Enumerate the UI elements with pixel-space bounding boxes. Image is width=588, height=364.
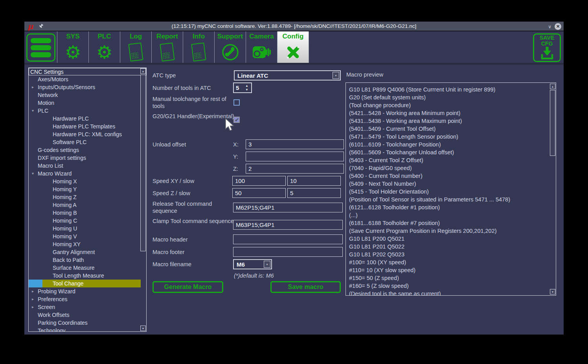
- release-cmd-label: Release Tool command sequence: [153, 200, 237, 214]
- tree-item-label: Homing Y: [53, 186, 77, 192]
- tree-item-homing-v[interactable]: Homing V: [29, 232, 146, 240]
- tab-sys[interactable]: SYS ⚙: [57, 31, 89, 63]
- tab-log[interactable]: Log: [120, 31, 152, 63]
- tab-support[interactable]: Support: [215, 31, 246, 63]
- tree-item-gantry-alignment[interactable]: Gantry Alignment: [29, 248, 146, 256]
- tree-item-screen[interactable]: ▸Screen: [29, 303, 146, 311]
- tree-item-surface-measure[interactable]: Surface Measure: [29, 264, 146, 272]
- macro-preview-box[interactable]: G10 L81 P899 Q4006 (Store Currrent Unit …: [345, 82, 556, 296]
- speed-xy-label: Speed XY / slow: [153, 176, 194, 186]
- spinner-up-icon[interactable]: ▲: [245, 84, 248, 88]
- tab-report[interactable]: Report: [152, 31, 183, 63]
- tree-item-motion[interactable]: Motion: [29, 99, 146, 107]
- tree-scrollbar[interactable]: ▲ ▼: [140, 68, 146, 331]
- tree-item-hardware-plc[interactable]: Hardware PLC: [29, 115, 146, 123]
- scroll-up-icon[interactable]: ▲: [140, 68, 146, 74]
- tree-item-homing-u[interactable]: Homing U: [29, 225, 146, 232]
- tree-item-homing-y[interactable]: Homing Y: [29, 185, 146, 193]
- macro-line: (5403 - Current Tool Z Offset): [349, 156, 547, 164]
- preview-scrollbar-thumb[interactable]: [550, 90, 555, 156]
- macro-line: #110= 10 (XY slow speed): [349, 266, 547, 274]
- tree-item-software-plc[interactable]: Software PLC: [29, 138, 146, 146]
- tree-item-homing-z[interactable]: Homing Z: [29, 193, 146, 201]
- titlebar: μ (12:15:17) myCNC control software. Ver…: [24, 22, 564, 31]
- scroll-down-icon[interactable]: ▼: [550, 289, 555, 294]
- tree-item-axes-motors[interactable]: Axes/Motors: [29, 75, 146, 83]
- save-macro-button[interactable]: Save macro: [270, 281, 341, 293]
- speed-z-input[interactable]: [232, 188, 286, 198]
- macro-filename-dropdown[interactable]: M6 ▼: [233, 259, 272, 269]
- tree-item-macro-list[interactable]: Macro List: [29, 162, 146, 170]
- atc-type-dropdown[interactable]: Linear ATC ▼: [234, 70, 341, 80]
- tree-item-homing-c[interactable]: Homing C: [29, 217, 146, 225]
- tab-plc[interactable]: PLC ⚙: [89, 31, 120, 63]
- save-cfg-button[interactable]: SAVE CFG: [533, 33, 561, 62]
- scroll-down-icon[interactable]: ▼: [140, 326, 146, 331]
- tree-item-homing-xy[interactable]: Homing XY: [29, 240, 146, 248]
- tree-item-homing-b[interactable]: Homing B: [29, 209, 146, 217]
- tree-item-inputs-outputs-sensors[interactable]: ▸Inputs/Outputs/Sensors: [29, 83, 146, 91]
- hamburger-icon[interactable]: [26, 33, 55, 62]
- chevron-right-icon[interactable]: ▸: [32, 303, 34, 311]
- tab-info[interactable]: Info: [183, 31, 215, 63]
- unload-offset-z-input[interactable]: [246, 164, 344, 174]
- tree-item-hardware-plc-xml-configs[interactable]: Hardware PLC: XML configs: [29, 130, 146, 138]
- tree-item-dxf-import-settings[interactable]: DXF import settings: [29, 154, 146, 162]
- tree-item-technology[interactable]: Technology: [29, 327, 146, 332]
- tab-camera[interactable]: Camera: [246, 31, 277, 63]
- manual-toolchange-label: Manual toolchange for rest of tools: [153, 95, 234, 110]
- speed-xy-slow-input[interactable]: [287, 176, 341, 186]
- tree-item-tool-change[interactable]: Tool Change: [29, 280, 146, 287]
- tree-item-hardware-plc-templates[interactable]: Hardware PLC Templates: [29, 123, 146, 130]
- num-tools-input[interactable]: [234, 83, 243, 92]
- tree-item-homing-a[interactable]: Homing A: [29, 201, 146, 209]
- tree-scrollbar-thumb[interactable]: [140, 75, 146, 251]
- macro-header-label: Macro header: [153, 234, 187, 244]
- tree-root-header[interactable]: CNC Settings: [29, 68, 146, 75]
- chevron-right-icon[interactable]: ▸: [32, 295, 34, 303]
- tree-item-g-codes-settings[interactable]: G-codes settings: [29, 146, 146, 154]
- tree-item-label: Macro Wizard: [38, 170, 72, 177]
- macro-header-input[interactable]: [233, 234, 343, 244]
- gear-icon: ⚙: [96, 43, 112, 61]
- tree-item-macro-wizard[interactable]: ▾Macro Wizard: [29, 170, 146, 177]
- tree-item-label: Axes/Motors: [38, 76, 68, 82]
- clamp-cmd-input[interactable]: [233, 220, 343, 230]
- spinner-down-icon[interactable]: ▼: [245, 88, 248, 91]
- chevron-right-icon[interactable]: ▸: [32, 287, 34, 295]
- tree-item-preferences[interactable]: ▸Preferences: [29, 295, 146, 303]
- chevron-down-icon[interactable]: ▾: [32, 107, 34, 115]
- tree-item-label: Tool Length Measure: [53, 273, 104, 279]
- manual-toolchange-checkbox[interactable]: [233, 99, 240, 106]
- unload-offset-y-input[interactable]: [246, 152, 344, 161]
- chevron-down-icon[interactable]: ▼: [333, 72, 339, 79]
- tree-item-probing-wizard[interactable]: ▸Probing Wizard: [29, 287, 146, 295]
- tree-item-work-offsets[interactable]: Work Offsets: [29, 311, 146, 319]
- chevron-down-icon[interactable]: ▼: [264, 261, 270, 268]
- tree-item-label: Work Offsets: [38, 312, 69, 318]
- tree-item-back-to-path[interactable]: Back to Path: [29, 256, 146, 264]
- tree-item-homing-x[interactable]: Homing X: [29, 177, 146, 185]
- tree-item-label: PLC: [38, 108, 48, 114]
- num-tools-stepper[interactable]: ▲ ▼: [233, 82, 252, 93]
- tree-item-plc[interactable]: ▾PLC: [29, 107, 146, 115]
- tab-config[interactable]: Config: [277, 31, 309, 63]
- main-menu-button[interactable]: [24, 31, 57, 63]
- speed-z-slow-input[interactable]: [287, 188, 341, 198]
- release-cmd-input[interactable]: [233, 203, 343, 212]
- unload-x-label: X:: [233, 139, 239, 149]
- chevron-down-icon[interactable]: ▾: [32, 170, 34, 177]
- macro-preview-label: Macro preview: [346, 71, 383, 78]
- tree-item-parking-coordinates[interactable]: Parking Coordinates: [29, 319, 146, 327]
- shade-chevron-icon[interactable]: ∨: [548, 24, 551, 29]
- chevron-right-icon[interactable]: ▸: [32, 83, 34, 91]
- close-icon[interactable]: ✕: [555, 23, 561, 30]
- scroll-up-icon[interactable]: ▲: [550, 84, 555, 89]
- generate-macro-button[interactable]: Generate Macro: [153, 281, 223, 293]
- tree-item-network[interactable]: Network: [29, 91, 146, 99]
- unload-offset-x-input[interactable]: [246, 139, 344, 149]
- tree-item-tool-length-measure[interactable]: Tool Length Measure: [29, 272, 146, 280]
- speed-xy-input[interactable]: [232, 176, 286, 186]
- macro-footer-input[interactable]: [233, 247, 343, 257]
- preview-scrollbar[interactable]: ▲ ▼: [550, 83, 556, 295]
